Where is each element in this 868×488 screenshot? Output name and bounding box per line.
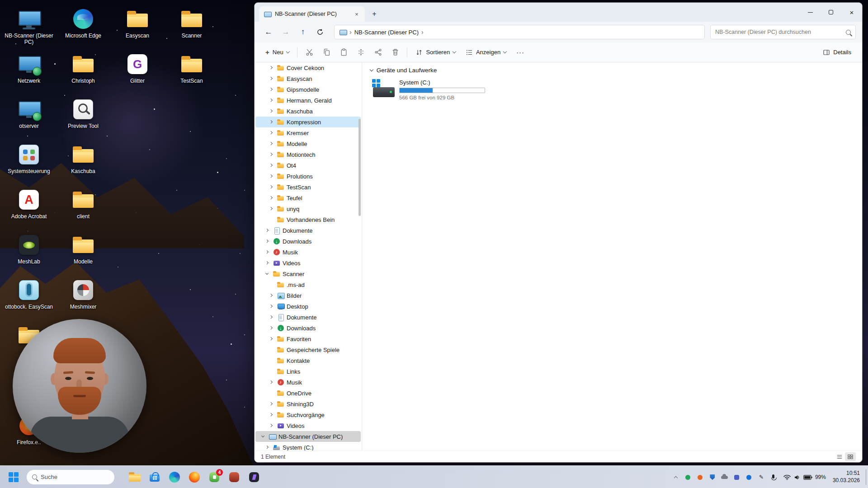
chevron-right-icon[interactable] [268, 327, 274, 329]
tree-item-motiontech[interactable]: Motiontech [255, 149, 361, 160]
chevron-right-icon[interactable] [268, 424, 274, 427]
breadcrumb[interactable]: NB-Scanner (Dieser PC) [354, 29, 419, 36]
delete-button[interactable] [387, 45, 403, 60]
desktop-icon-easyscan[interactable]: Easyscan [112, 6, 163, 39]
desktop-icon-meshmixer[interactable]: Meshmixer [58, 277, 108, 310]
minimize-button[interactable] [800, 3, 821, 22]
tray-onedrive-cloud-icon[interactable] [720, 472, 729, 482]
chevron-right-icon[interactable] [268, 305, 274, 307]
taskbar-firefox[interactable] [185, 468, 203, 486]
desktop-icon-scanner[interactable]: Scanner [166, 6, 217, 39]
tree-item-kremser[interactable]: Kremser [255, 127, 361, 138]
tree-item-vorhandenes-bein[interactable]: Vorhandenes Bein [255, 214, 361, 225]
tree-item-kontakte[interactable]: Kontakte [255, 355, 361, 366]
chevron-right-icon[interactable] [268, 66, 274, 69]
devices-group-header[interactable]: Geräte und Laufwerke [370, 67, 855, 74]
tray-pen-icon[interactable]: ✎ [757, 472, 766, 482]
explorer-tab[interactable]: NB-Scanner (Dieser PC) × [259, 6, 365, 22]
tree-item-kompression[interactable]: Kompression [255, 117, 361, 127]
tray-green-app-icon[interactable] [684, 472, 693, 482]
refresh-button[interactable] [312, 24, 328, 40]
taskbar-app-green[interactable]: 4 [205, 468, 223, 486]
chevron-right-icon[interactable] [268, 164, 274, 166]
chevron-right-icon[interactable] [268, 197, 274, 199]
desktop-icon-kaschuba[interactable]: Kaschuba [58, 142, 108, 174]
clock[interactable]: 10:51 30.03.2026 [833, 470, 860, 484]
chevron-right-icon[interactable] [268, 121, 274, 123]
details-pane-button[interactable]: Details [818, 45, 856, 60]
tray-orange-app-icon[interactable] [696, 472, 705, 482]
tree-item-ot4[interactable]: Ot4 [255, 160, 361, 171]
chevron-right-icon[interactable] [268, 316, 274, 318]
maximize-button[interactable] [821, 3, 841, 22]
tray-security-shield-icon[interactable] [708, 472, 717, 482]
chevron-down-icon[interactable] [264, 273, 270, 274]
taskbar-file-explorer[interactable] [126, 468, 144, 486]
chevron-right-icon[interactable] [264, 262, 270, 264]
desktop-icon-glitter[interactable]: Glitter [112, 52, 163, 84]
more-options-button[interactable]: ··· [512, 45, 529, 60]
tree-item-suchvorgänge[interactable]: Suchvorgänge [255, 409, 361, 420]
desktop-icon-nb-scanner-dieser-pc[interactable]: NB-Scanner (Dieser PC) [4, 6, 54, 45]
taskbar-app-purple[interactable] [245, 468, 263, 486]
chevron-right-icon[interactable] [268, 142, 274, 145]
tree-item-videos[interactable]: Videos [255, 258, 361, 268]
desktop-icon-netzwerk[interactable]: Netzwerk [4, 52, 54, 84]
tree-item-prolutions[interactable]: Prolutions [255, 171, 361, 182]
chevron-right-icon[interactable] [268, 110, 274, 112]
tree-item-ms-ad[interactable]: .ms-ad [255, 279, 361, 290]
tree-item-musik[interactable]: Musik [255, 377, 361, 388]
taskbar-search[interactable] [26, 469, 115, 485]
tree-item-kaschuba[interactable]: Kaschuba [255, 106, 361, 117]
tree-scrollbar[interactable] [359, 119, 361, 216]
tree-item-dokumente[interactable]: Dokumente [255, 312, 361, 323]
tree-item-system-c[interactable]: System (C:) [255, 442, 361, 450]
chevron-right-icon[interactable] [264, 446, 270, 448]
show-desktop-button[interactable] [866, 469, 868, 485]
taskbar-app-red[interactable] [225, 468, 243, 486]
paste-button[interactable] [335, 45, 352, 60]
tree-item-videos[interactable]: Videos [255, 420, 361, 431]
close-button[interactable]: × [841, 3, 862, 22]
tree-item-dokumente[interactable]: Dokumente [255, 225, 361, 236]
chevron-right-icon[interactable] [268, 294, 274, 296]
tree-item-downloads[interactable]: Downloads [255, 236, 361, 247]
tray-microphone-icon[interactable] [769, 472, 778, 482]
sort-button[interactable]: Sortieren [411, 45, 460, 60]
tree-item-links[interactable]: Links [255, 366, 361, 377]
desktop-icon-otserver[interactable]: otserver [4, 97, 54, 129]
desktop-icon-systemsteuerung[interactable]: Systemsteuerung [4, 142, 54, 174]
tray-bluetooth-icon[interactable] [745, 472, 754, 482]
desktop-icon-christoph[interactable]: Christoph [58, 52, 108, 84]
thumbnail-view-toggle-icon[interactable] [845, 452, 856, 461]
tree-item-musik[interactable]: Musik [255, 247, 361, 258]
desktop-icon-microsoft-edge[interactable]: Microsoft Edge [58, 6, 108, 39]
tree-item-easyscan[interactable]: Easyscan [255, 73, 361, 84]
tree-item-modelle[interactable]: Modelle [255, 138, 361, 149]
desktop-icon-client[interactable]: client [58, 187, 108, 220]
chevron-right-icon[interactable] [268, 381, 274, 383]
tray-chevron-up-icon[interactable] [671, 472, 680, 482]
taskbar-edge[interactable] [165, 468, 184, 486]
tree-item-nb-scanner-dieser-pc[interactable]: NB-Scanner (Dieser PC) [255, 431, 361, 442]
taskbar-microsoft-store[interactable] [146, 468, 164, 486]
tab-close-icon[interactable]: × [352, 9, 361, 19]
tree-item-scanner[interactable]: Scanner [255, 268, 361, 279]
tree-item-downloads[interactable]: Downloads [255, 323, 361, 333]
chevron-right-icon[interactable] [268, 77, 274, 80]
tree-item-desktop[interactable]: Desktop [255, 301, 361, 312]
drive-item-system-c[interactable]: System (C:) 566 GB frei von 929 GB [372, 79, 494, 100]
search-input[interactable] [715, 29, 842, 35]
tree-item-testscan[interactable]: TestScan [255, 182, 361, 192]
copy-button[interactable] [318, 45, 335, 60]
desktop-icon-modelle[interactable]: Modelle [58, 232, 108, 265]
address-bar[interactable]: › NB-Scanner (Dieser PC) › [334, 25, 705, 39]
list-view-toggle-icon[interactable] [834, 452, 845, 461]
start-button[interactable] [5, 468, 23, 486]
chevron-down-icon[interactable] [260, 436, 266, 437]
tree-item-teufel[interactable]: Teufel [255, 192, 361, 203]
share-button[interactable] [370, 45, 386, 60]
desktop-icon-meshlab[interactable]: MeshLab [4, 232, 54, 265]
tree-item-hermann-gerald[interactable]: Hermann, Gerald [255, 95, 361, 106]
cut-button[interactable] [301, 45, 317, 60]
